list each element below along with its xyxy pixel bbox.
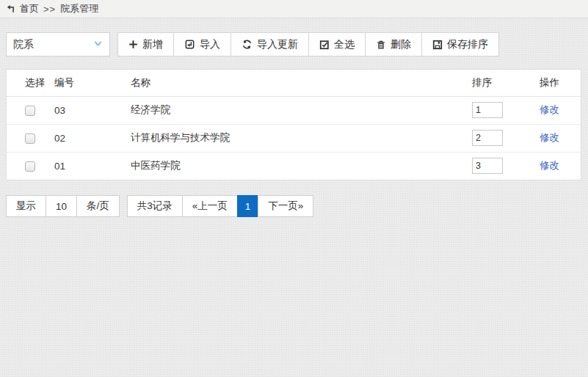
next-page-button[interactable]: 下一页»: [258, 195, 313, 217]
header-sort: 排序: [472, 70, 540, 96]
row-name: 计算机科学与技术学院: [131, 124, 472, 152]
prev-page-button[interactable]: «上一页: [182, 195, 238, 217]
page-size-unit-label: 条/页: [76, 195, 120, 217]
trash-icon: [376, 40, 386, 50]
save-sort-button-label: 保存排序: [447, 38, 488, 51]
header-name: 名称: [131, 70, 472, 96]
sort-input[interactable]: [472, 102, 503, 118]
toolbar-button-group: 新增 导入 导入更新: [117, 32, 499, 56]
sort-input[interactable]: [472, 158, 503, 174]
row-checkbox[interactable]: [25, 133, 35, 144]
select-all-button-label: 全选: [334, 38, 355, 51]
page-size-show-label: 显示: [6, 195, 46, 217]
modify-link[interactable]: 修改: [540, 104, 559, 115]
row-name: 中医药学院: [131, 152, 472, 180]
row-name: 经济学院: [131, 96, 472, 124]
breadcrumb-home[interactable]: 首页: [20, 2, 39, 15]
add-button[interactable]: 新增: [117, 32, 174, 56]
chevron-down-icon: [93, 39, 103, 51]
toolbar: 院系 新增 导入: [6, 32, 582, 56]
header-code: 编号: [54, 70, 131, 96]
row-checkbox[interactable]: [25, 106, 35, 116]
row-code: 01: [54, 152, 131, 180]
import-update-button-label: 导入更新: [257, 38, 298, 51]
table-row: 01 中医药学院 修改: [7, 152, 581, 180]
sync-icon: [242, 39, 253, 50]
plus-icon: [128, 40, 138, 49]
page-size-value[interactable]: 10: [46, 195, 77, 217]
breadcrumb-separator: >>: [43, 4, 56, 15]
modify-link[interactable]: 修改: [540, 160, 559, 171]
department-table-card: 选择 编号 名称 排序 操作 03 经济学院 修改 02 计算机科学与技术学院 …: [6, 69, 581, 180]
table-row: 02 计算机科学与技术学院 修改: [7, 124, 581, 152]
modify-link[interactable]: 修改: [540, 132, 559, 143]
department-type-select[interactable]: 院系: [6, 32, 110, 56]
import-update-button[interactable]: 导入更新: [231, 32, 309, 56]
table-row: 03 经济学院 修改: [7, 96, 581, 124]
row-checkbox[interactable]: [25, 161, 35, 172]
department-table: 选择 编号 名称 排序 操作 03 经济学院 修改 02 计算机科学与技术学院 …: [7, 70, 581, 180]
save-sort-button[interactable]: 保存排序: [421, 32, 499, 56]
breadcrumb: 首页 >> 院系管理: [0, 0, 588, 18]
import-button[interactable]: 导入: [173, 32, 231, 56]
save-icon: [432, 40, 443, 50]
select-all-button[interactable]: 全选: [308, 32, 366, 56]
page-size-group: 显示 10 条/页: [6, 195, 120, 217]
header-select: 选择: [7, 70, 54, 96]
pagination: 显示 10 条/页 共3记录 «上一页 1 下一页»: [6, 195, 582, 217]
delete-button-label: 删除: [391, 38, 411, 51]
current-page-button[interactable]: 1: [237, 195, 259, 217]
page-nav-group: 共3记录 «上一页 1 下一页»: [127, 195, 314, 217]
table-header-row: 选择 编号 名称 排序 操作: [7, 70, 581, 96]
select-value: 院系: [13, 38, 34, 51]
delete-button[interactable]: 删除: [365, 32, 422, 56]
return-icon: [6, 4, 16, 14]
row-code: 02: [54, 124, 131, 152]
select-all-icon: [319, 40, 330, 50]
sort-input[interactable]: [472, 130, 503, 146]
add-button-label: 新增: [142, 38, 163, 51]
row-code: 03: [54, 96, 131, 124]
total-records-label: 共3记录: [127, 195, 183, 217]
import-icon: [184, 39, 195, 50]
import-button-label: 导入: [200, 38, 220, 51]
header-action: 操作: [540, 70, 581, 96]
breadcrumb-current: 院系管理: [60, 2, 98, 15]
